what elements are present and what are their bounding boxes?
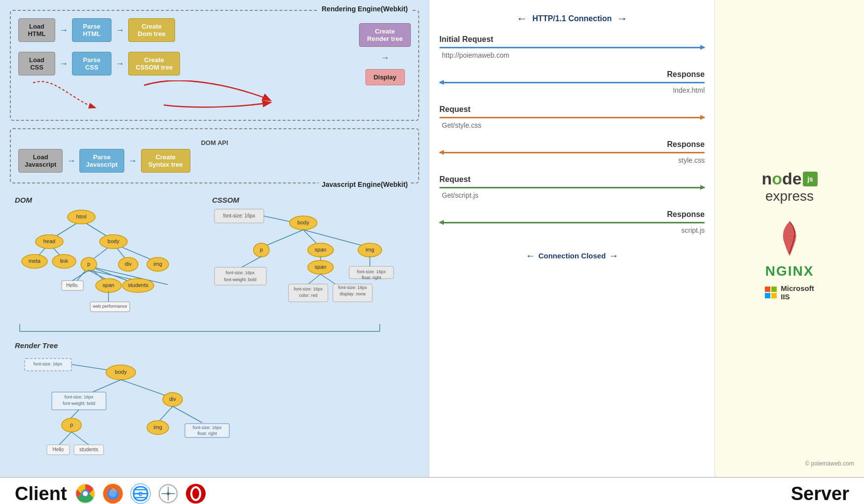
svg-text:body: body [108, 238, 119, 244]
svg-text:font-size: 16px: font-size: 16px [223, 213, 255, 218]
svg-text:p: p [87, 261, 90, 267]
bracket-svg [15, 322, 385, 334]
svg-text:head: head [43, 238, 55, 244]
copyright: © poiemaweb.com [805, 460, 854, 467]
dom-tree-svg: .node ellipse { stroke: #cc9900; stroke-… [15, 208, 192, 317]
arrow-6: → [67, 156, 75, 166]
load-css-box: LoadCSS [18, 52, 55, 75]
browser-icons: e [74, 483, 207, 504]
svg-line-88 [59, 432, 72, 445]
svg-text:font-weight: bold: font-weight: bold [63, 401, 95, 406]
initial-request-label: Initial Request [439, 35, 705, 44]
dom-api-label: DOM API [18, 139, 411, 146]
response-3-item: Response script.js [439, 210, 705, 236]
svg-text:Hello: Hello [53, 447, 64, 452]
svg-text:students: students [79, 447, 98, 452]
nginx-text: NGINX [765, 263, 814, 279]
connection-closed-label: Connection Closed [539, 252, 606, 260]
apache-feather-icon [775, 219, 804, 258]
create-render-box: CreateRender tree [359, 23, 411, 47]
html-flow-row: LoadHTML → ParseHTML → CreateDom tree [18, 18, 352, 42]
svg-line-53 [242, 256, 261, 267]
node-badge: js [803, 172, 818, 186]
svg-text:html: html [76, 214, 87, 219]
svg-text:span: span [315, 264, 326, 270]
svg-text:font-size: 16px: font-size: 16px [65, 395, 94, 399]
rendering-engine-label: Rendering Engine(Webkit) [319, 5, 411, 13]
svg-text:font-size: 16px: font-size: 16px [34, 361, 63, 366]
create-syntax-box: CreateSyntax tree [141, 149, 190, 173]
http-label: HTTP/1.1 Connection [533, 14, 612, 23]
request-2-label: Request [439, 105, 705, 114]
svg-line-96 [158, 406, 173, 423]
nginx-section: NGINX [765, 263, 814, 279]
left-panel: Rendering Engine(Webkit) LoadHTML → Pars… [0, 0, 429, 477]
request-3-item: Request Get/script.js [439, 175, 705, 201]
svg-text:link: link [60, 258, 69, 264]
response-1-item: Response Index.html [439, 70, 705, 96]
arrow-5: → [381, 53, 390, 63]
ie-icon: e [130, 483, 151, 504]
arrow-2: → [115, 25, 124, 36]
svg-text:meta: meta [29, 258, 41, 264]
create-cssom-box: CreateCSSOM tree [128, 52, 180, 75]
left-arrow-icon: ← [517, 12, 528, 25]
client-section: Client [15, 483, 207, 504]
svg-text:font-size: 16px: font-size: 16px [193, 425, 222, 430]
opera-icon [185, 483, 207, 504]
svg-text:e: e [138, 489, 143, 498]
rendering-engine-box: Rendering Engine(Webkit) LoadHTML → Pars… [10, 10, 419, 121]
request-3-label: Request [439, 175, 705, 184]
server-logos: node js express [761, 10, 817, 460]
js-engine-box: DOM API LoadJavascript → ParseJavascript… [10, 128, 419, 183]
arrow-1: → [59, 25, 68, 36]
ms-logo [765, 287, 777, 298]
middle-panel: ← HTTP/1.1 Connection → Initial Request … [429, 0, 715, 477]
svg-text:font-size: 16px: font-size: 16px [338, 285, 367, 290]
client-label: Client [15, 483, 67, 504]
response-1-url: Index.html [442, 86, 705, 94]
load-html-box: LoadHTML [18, 18, 55, 42]
ms-sq-yellow [771, 293, 777, 298]
node-text: node [761, 169, 801, 188]
display-box: Display [365, 69, 405, 85]
svg-line-89 [72, 432, 89, 445]
parse-css-box: ParseCSS [72, 52, 111, 75]
request-2-url: Get/style.css [442, 121, 705, 129]
ms-sq-orange [765, 287, 770, 292]
right-panel: node js express [715, 0, 864, 477]
arrow-3: → [59, 59, 68, 69]
ms-sq-green [771, 287, 777, 292]
svg-text:float: right: float: right [197, 431, 217, 436]
svg-text:js: js [807, 175, 813, 183]
arrow-4: → [115, 59, 124, 69]
svg-point-111 [109, 490, 116, 497]
load-js-box: LoadJavascript [18, 149, 63, 173]
connection-closed: ← Connection Closed → [439, 250, 705, 261]
arrow-7: → [128, 156, 137, 166]
svg-text:font-size: 16px: font-size: 16px [226, 270, 255, 275]
svg-text:font-weight: bold: font-weight: bold [224, 277, 256, 282]
server-label: Server [791, 483, 849, 504]
create-dom-box: CreateDom tree [128, 18, 175, 42]
curved-arrows-svg [23, 80, 304, 110]
svg-line-97 [173, 406, 202, 423]
response-3-label: Response [439, 210, 705, 219]
response-2-url: style.css [442, 156, 705, 164]
svg-text:p: p [260, 247, 263, 252]
chrome-icon [74, 483, 96, 504]
express-text: express [765, 188, 814, 204]
svg-text:float: right: float: right [361, 275, 381, 280]
render-tree-label: Render Tree [15, 341, 414, 350]
svg-text:body: body [115, 369, 127, 375]
firefox-icon [102, 483, 124, 504]
svg-text:font-size: 16px: font-size: 16px [294, 287, 323, 291]
svg-text:body: body [297, 219, 309, 225]
closed-right-arrow: → [609, 250, 618, 261]
render-tree-svg: font-size: 16px body font-size: 16px fon… [15, 354, 261, 462]
initial-request-item: Initial Request http://poiemaweb.com [439, 35, 705, 61]
iis-text: MicrosoftIIS [781, 284, 814, 301]
response-2-label: Response [439, 140, 705, 149]
svg-point-108 [83, 491, 88, 496]
initial-request-url: http://poiemaweb.com [442, 51, 705, 59]
